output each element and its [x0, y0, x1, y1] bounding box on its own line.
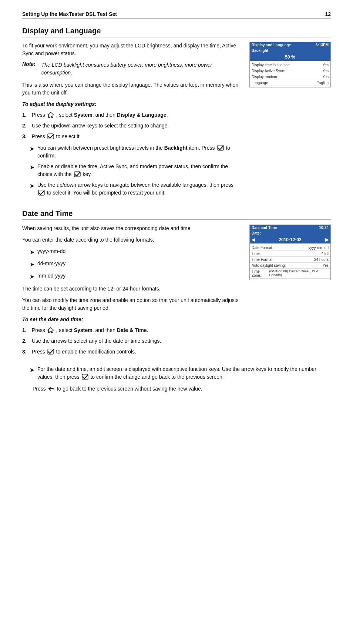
step-3-num: 3.	[22, 133, 29, 140]
date-screenshot-title: Date and Time	[252, 226, 277, 230]
home-icon-step1	[47, 112, 54, 118]
bullet-3-text: Use the up/down arrow keys to navigate b…	[37, 181, 242, 197]
date-screenshot: Date and Time 10:34 Date: ◀ 2010-12-02 ▶…	[249, 225, 331, 359]
date-step-3-num: 3.	[22, 348, 29, 356]
screenshot-row-0: Display time in title bar: Yes	[250, 62, 330, 68]
date-row-1: Time: 4:56	[250, 251, 330, 257]
display-step-2: 2. Use the up/down arrow keys to select …	[22, 122, 242, 130]
display-step-1: 1. Press , select System, and then Displ…	[22, 111, 242, 119]
date-row-0-value: yyyy-mm-dd	[309, 246, 329, 250]
date-steps: 1. Press , select System, and then Date …	[22, 326, 242, 356]
date-bullet-1: ➤ For the date and time, an edit screen …	[30, 365, 331, 381]
display-language-text: To fit your work environment, you may ad…	[22, 42, 242, 200]
display-intro-p1: To fit your work environment, you may ad…	[22, 42, 242, 57]
row-3-value: English	[316, 81, 329, 85]
date-time-section: Date and Time When saving results, the u…	[22, 209, 331, 394]
bullet-arrow-2: ➤	[30, 163, 34, 178]
display-screenshot-titlebar: Display and Language 6:13PM	[250, 42, 330, 48]
date-step-1: 1. Press , select System, and then Date …	[22, 326, 242, 334]
format-3: ➤ mm-dd-yyyy	[30, 272, 242, 281]
display-screenshot-title: Display and Language	[252, 43, 291, 47]
display-bullets: ➤ You can switch between preset brightne…	[22, 144, 242, 197]
check-icon-b1	[217, 145, 224, 151]
date-nav-left: ◀	[252, 237, 255, 242]
format-2: ➤ dd-mm-yyyy	[30, 260, 242, 269]
back-icon	[48, 386, 55, 392]
bullet-2-text: Enable or disable the time, Active Sync,…	[37, 163, 242, 178]
date-row-1-value: 4:56	[322, 252, 329, 256]
step-1-num: 1.	[22, 111, 29, 119]
date-screenshot-date-nav: ◀ 2010-12-02 ▶	[250, 236, 330, 244]
step-3-text: Press to select it.	[32, 133, 81, 140]
check-icon-date-step3	[47, 349, 54, 355]
date-row-1-label: Time:	[252, 252, 261, 256]
date-row-2-label: Time Format:	[252, 258, 273, 262]
bullet-arrow-3: ➤	[30, 182, 34, 197]
date-screenshot-titlebar: Date and Time 10:34	[250, 225, 330, 230]
date-row-3-value: Yes	[323, 263, 329, 268]
date-time-text: When saving results, the unit also saves…	[22, 225, 242, 359]
date-screenshot-section-header: Date:	[250, 230, 330, 236]
date-bullets: ➤ For the date and time, an edit screen …	[22, 365, 331, 381]
date-row-4-label: Time Zone:	[252, 269, 269, 278]
format-arrow-2: ➤	[30, 260, 34, 269]
date-screenshot-rows: Date Format: yyyy-mm-dd Time: 4:56 Time …	[250, 244, 330, 280]
screenshot-row-1: Display Active Sync: Yes	[250, 68, 330, 74]
date-step-1-num: 1.	[22, 326, 29, 334]
date-row-2-value: 24 hours	[314, 258, 329, 262]
date-step-3-text: Press to enable the modification control…	[32, 348, 136, 356]
date-time-text: The time can be set according to the 12-…	[22, 285, 242, 293]
display-step-3: 3. Press to select it.	[22, 133, 242, 140]
date-step-2: 2. Use the arrows to select any of the d…	[22, 337, 242, 345]
date-bullet-1-text: For the date and time, an edit screen is…	[37, 365, 331, 381]
step-2-num: 2.	[22, 122, 29, 130]
bullet-arrow-1: ➤	[30, 145, 34, 160]
display-note: Note: The LCD backlight consumes battery…	[22, 61, 242, 77]
check-icon-b3	[38, 190, 45, 196]
row-0-label: Display time in title bar:	[252, 63, 290, 67]
bullet-1-text: You can switch between preset brightness…	[37, 144, 242, 160]
row-0-value: Yes	[323, 63, 329, 67]
format-1-text: yyyy-mm-dd	[37, 248, 65, 257]
page-number: 12	[325, 11, 331, 17]
display-procedure-heading: To adjust the display settings:	[22, 100, 242, 108]
date-time-content: When saving results, the unit also saves…	[22, 225, 331, 359]
display-intro-p2: This is also where you can change the di…	[22, 81, 242, 97]
display-bullet-2: ➤ Enable or disable the time, Active Syn…	[30, 163, 242, 178]
check-icon-b2	[74, 171, 81, 177]
note-text: The LCD backlight consumes battery power…	[41, 61, 242, 77]
date-row-0: Date Format: yyyy-mm-dd	[250, 245, 330, 251]
date-screenshot-time: 10:34	[319, 226, 329, 230]
date-row-0-label: Date Format:	[252, 246, 273, 250]
date-row-3: Auto daylight saving: Yes	[250, 263, 330, 269]
display-screenshot-time: 6:13PM	[316, 43, 329, 47]
date-screenshot-widget: Date and Time 10:34 Date: ◀ 2010-12-02 ▶…	[249, 225, 331, 280]
display-bullet-1: ➤ You can switch between preset brightne…	[30, 144, 242, 160]
display-bullet-3: ➤ Use the up/down arrow keys to navigate…	[30, 181, 242, 197]
date-step-2-num: 2.	[22, 337, 29, 345]
date-timezone-text: You can also modify the time zone and en…	[22, 296, 242, 312]
date-row-3-label: Auto daylight saving:	[252, 263, 286, 268]
page-header: Setting Up the MaxTester DSL Test Set 12	[22, 11, 331, 19]
screenshot-row-3: Language: English	[250, 80, 330, 86]
display-screenshot-widget: Display and Language 6:13PM Backlight: 5…	[249, 42, 331, 87]
format-1: ➤ yyyy-mm-dd	[30, 248, 242, 257]
display-screenshot-backlight-value: 50 %	[250, 53, 330, 61]
display-language-section: Display and Language To fit your work en…	[22, 27, 331, 200]
date-step-3: 3. Press to enable the modification cont…	[22, 348, 242, 356]
home-icon-date-step1	[47, 327, 54, 333]
page-header-title: Setting Up the MaxTester DSL Test Set	[22, 11, 117, 17]
date-step-1-text: Press , select System, and then Date & T…	[32, 326, 148, 334]
row-3-label: Language:	[252, 81, 269, 85]
row-2-value: Yes	[323, 75, 329, 79]
date-intro-p2: You can enter the date according to the …	[22, 236, 242, 244]
check-icon-date-b1	[82, 374, 88, 380]
date-procedure-heading: To set the date and time:	[22, 316, 242, 323]
date-row-2: Time Format: 24 hours	[250, 257, 330, 263]
note-label: Note:	[22, 61, 36, 77]
format-arrow-3: ➤	[30, 272, 34, 281]
step-2-text: Use the up/down arrow keys to select the…	[32, 122, 169, 130]
display-screenshot-backlight-header: Backlight:	[250, 48, 330, 53]
display-language-title: Display and Language	[22, 27, 331, 37]
date-time-title: Date and Time	[22, 209, 331, 220]
